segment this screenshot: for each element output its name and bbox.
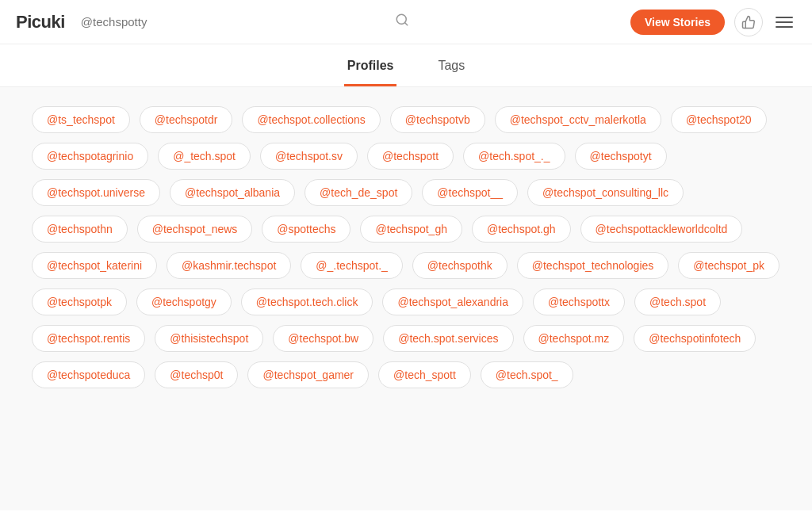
- profile-pill[interactable]: @techspot.rentis: [32, 325, 145, 352]
- tab-tags[interactable]: Tags: [435, 44, 468, 86]
- profile-pill[interactable]: @techspot_pk: [678, 252, 779, 279]
- profile-pill[interactable]: @thisistechspot: [155, 325, 263, 352]
- profile-pill[interactable]: @kashmir.techspot: [167, 252, 291, 279]
- tabs-nav: Profiles Tags: [0, 44, 812, 87]
- profile-pill[interactable]: @techspothn: [32, 216, 128, 243]
- thumbs-up-icon: [741, 15, 756, 29]
- tab-profiles[interactable]: Profiles: [344, 44, 397, 86]
- svg-line-1: [404, 22, 407, 25]
- profile-pill[interactable]: @techspot_gh: [360, 216, 462, 243]
- profile-pill[interactable]: @tech_de_spot: [304, 179, 412, 206]
- profile-pill[interactable]: @techspot_albania: [170, 179, 295, 206]
- profile-pill[interactable]: @techspot_technologies: [517, 252, 669, 279]
- profile-pill[interactable]: @techspot_news: [137, 216, 253, 243]
- search-button[interactable]: [390, 13, 414, 31]
- profile-pill[interactable]: @tech.spot_._: [463, 143, 565, 170]
- search-bar: [81, 13, 414, 31]
- profile-pill[interactable]: @techspot.sv: [260, 143, 358, 170]
- profile-pill[interactable]: @techspotdr: [140, 106, 233, 133]
- profile-pill[interactable]: @techspot_gamer: [247, 361, 369, 388]
- profile-pill[interactable]: @techspot_katerini: [32, 252, 157, 279]
- header: Picuki View Stories: [0, 0, 812, 44]
- profile-pill[interactable]: @techspotvb: [390, 106, 485, 133]
- profiles-grid: @ts_techspot@techspotdr@techspot.collect…: [32, 106, 780, 388]
- profile-pill[interactable]: @tech_spott: [378, 361, 471, 388]
- thumbs-up-button[interactable]: [734, 8, 763, 36]
- profile-pill[interactable]: @techspotyt: [575, 143, 667, 170]
- profile-pill[interactable]: @ts_techspot: [32, 106, 130, 133]
- logo: Picuki: [16, 12, 65, 32]
- menu-line-1: [776, 17, 793, 18]
- profile-pill[interactable]: @_.techspot._: [301, 252, 403, 279]
- profile-pill[interactable]: @techspotpk: [32, 288, 127, 315]
- profile-pill[interactable]: @techspotgy: [136, 288, 232, 315]
- profile-pill[interactable]: @_tech.spot: [158, 143, 251, 170]
- profile-pill[interactable]: @techsp0t: [155, 361, 238, 388]
- profile-pill[interactable]: @techspott: [367, 143, 454, 170]
- profile-pill[interactable]: @techspot__: [422, 179, 518, 206]
- view-stories-button[interactable]: View Stories: [630, 10, 725, 35]
- profile-pill[interactable]: @spottechs: [262, 216, 350, 243]
- menu-line-2: [776, 21, 793, 23]
- profile-pill[interactable]: @tech.spot: [634, 288, 721, 315]
- profile-pill[interactable]: @tech.spot_: [481, 361, 573, 388]
- search-input[interactable]: [81, 15, 390, 29]
- profile-pill[interactable]: @techspot.bw: [273, 325, 373, 352]
- search-icon: [395, 13, 409, 27]
- profile-pill[interactable]: @techspotinfotech: [634, 325, 756, 352]
- profile-pill[interactable]: @techspothk: [412, 252, 508, 279]
- hamburger-menu-button[interactable]: [772, 13, 796, 31]
- menu-line-3: [776, 26, 793, 28]
- profile-pill[interactable]: @techspot.gh: [472, 216, 571, 243]
- profile-pill[interactable]: @techspot_consulting_llc: [527, 179, 684, 206]
- profile-pill[interactable]: @techspot20: [671, 106, 767, 133]
- profile-pill[interactable]: @tech.spot.services: [383, 325, 513, 352]
- profile-pill[interactable]: @techspottx: [533, 288, 625, 315]
- profile-pill[interactable]: @techspot.universe: [32, 179, 160, 206]
- profile-pill[interactable]: @techspotagrinio: [32, 143, 148, 170]
- header-right: View Stories: [630, 8, 796, 36]
- profile-pill[interactable]: @techspot.tech.click: [241, 288, 373, 315]
- profile-pill[interactable]: @techspot.collections: [242, 106, 380, 133]
- profile-pill[interactable]: @techspot_cctv_malerkotla: [495, 106, 661, 133]
- profile-pill[interactable]: @techspot.mz: [523, 325, 625, 352]
- profile-pill[interactable]: @techspot_alexandria: [382, 288, 523, 315]
- profile-pill[interactable]: @techspoteduca: [32, 361, 145, 388]
- profiles-content: @ts_techspot@techspotdr@techspot.collect…: [0, 87, 812, 510]
- profile-pill[interactable]: @techspottackleworldcoltd: [580, 216, 743, 243]
